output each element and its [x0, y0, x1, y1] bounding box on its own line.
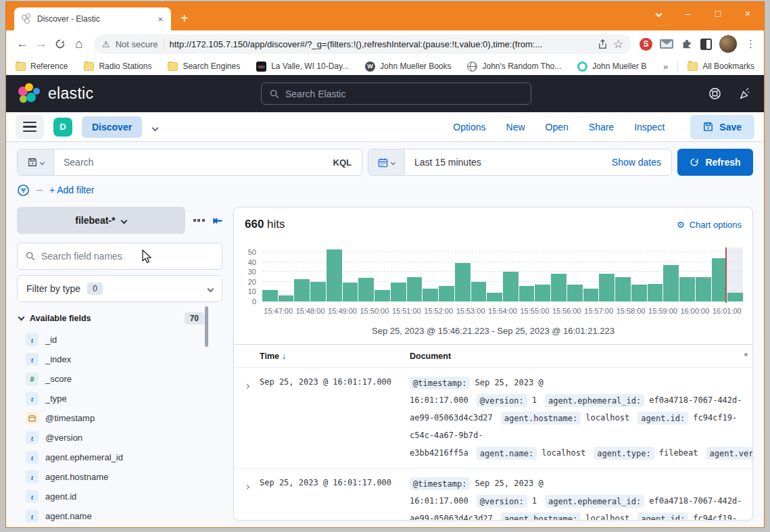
- bookmark-item[interactable]: Search Engines: [168, 62, 240, 71]
- tab-search-icon[interactable]: [644, 2, 673, 25]
- histogram-bar[interactable]: [487, 293, 502, 301]
- elastic-search-input[interactable]: Search Elastic: [261, 82, 531, 105]
- table-scrollbar[interactable]: [744, 353, 748, 356]
- query-language-badge[interactable]: KQL: [323, 158, 362, 168]
- collapse-sidebar-icon[interactable]: ⇤: [213, 214, 222, 228]
- field-item[interactable]: t_type: [17, 389, 222, 408]
- histogram-bar[interactable]: [343, 283, 358, 301]
- bookmark-item[interactable]: wuLa Valle, WI 10-Day...: [256, 62, 349, 72]
- bookmark-item[interactable]: Reference: [16, 62, 68, 71]
- menu-hamburger-icon[interactable]: [16, 115, 44, 139]
- histogram-bar[interactable]: [391, 283, 406, 301]
- histogram-bar[interactable]: [712, 258, 727, 301]
- histogram-bar[interactable]: [519, 286, 535, 301]
- expand-row-button[interactable]: [234, 475, 260, 520]
- histogram-bar[interactable]: [423, 289, 438, 301]
- field-item[interactable]: #_score: [17, 369, 222, 389]
- nav-action-options[interactable]: Options: [453, 122, 485, 132]
- field-item[interactable]: tagent.hostname: [17, 467, 222, 487]
- maximize-button[interactable]: □: [703, 2, 733, 25]
- histogram-bar[interactable]: [679, 277, 695, 301]
- refresh-button[interactable]: Refresh: [677, 149, 753, 176]
- bookmark-item[interactable]: John's Random Tho...: [467, 62, 561, 72]
- browser-tab[interactable]: Discover - Elastic ×: [14, 7, 171, 30]
- time-range-value[interactable]: Last 15 minutes: [405, 157, 612, 168]
- share-icon[interactable]: [598, 39, 608, 49]
- filter-by-type-select[interactable]: Filter by type 0: [17, 275, 222, 302]
- histogram-bar[interactable]: [471, 282, 487, 301]
- histogram-bar[interactable]: [294, 279, 310, 301]
- histogram-bar[interactable]: [503, 272, 519, 301]
- table-row[interactable]: Sep 25, 2023 @ 16:01:17.000@timestamp:Se…: [234, 468, 752, 520]
- field-item[interactable]: tagent.name: [17, 506, 222, 526]
- table-row[interactable]: Sep 25, 2023 @ 16:01:17.000@timestamp:Se…: [234, 367, 752, 468]
- histogram-bar[interactable]: [583, 289, 599, 301]
- close-button[interactable]: ×: [733, 2, 763, 25]
- histogram-bar[interactable]: [358, 278, 374, 301]
- histogram-bar[interactable]: [599, 274, 615, 301]
- histogram-bar[interactable]: [648, 284, 663, 301]
- show-dates-button[interactable]: Show dates: [612, 157, 671, 168]
- histogram-bar[interactable]: [327, 249, 342, 301]
- mail-extension-icon[interactable]: [660, 39, 673, 49]
- histogram-bar[interactable]: [455, 263, 471, 301]
- elastic-logo-icon[interactable]: [18, 83, 41, 105]
- news-feed-icon[interactable]: [739, 87, 752, 100]
- breadcrumb-discover[interactable]: Discover: [82, 116, 142, 138]
- date-quick-menu-button[interactable]: [368, 149, 405, 175]
- field-search-input[interactable]: Search field names: [17, 243, 222, 270]
- index-pattern-select[interactable]: filebeat-*: [17, 207, 185, 234]
- index-options-icon[interactable]: [193, 219, 205, 222]
- bookmark-item[interactable]: WJohn Mueller Books: [365, 62, 451, 72]
- security-label[interactable]: Not secure: [116, 39, 158, 49]
- field-item[interactable]: tagent.id: [17, 487, 222, 506]
- histogram-bar[interactable]: [407, 277, 423, 301]
- help-icon[interactable]: [708, 87, 721, 100]
- new-tab-button[interactable]: +: [181, 11, 189, 25]
- nav-action-inspect[interactable]: Inspect: [634, 122, 665, 132]
- all-bookmarks-button[interactable]: All Bookmarks: [688, 62, 754, 71]
- space-badge[interactable]: D: [53, 118, 72, 137]
- histogram-bar[interactable]: [262, 290, 278, 301]
- grammarly-extension-icon[interactable]: S: [640, 38, 652, 51]
- add-filter-button[interactable]: + Add filter: [49, 185, 95, 195]
- histogram-bar[interactable]: [551, 274, 567, 301]
- save-button[interactable]: Save: [690, 115, 754, 139]
- date-picker[interactable]: Last 15 minutes Show dates: [368, 149, 672, 176]
- tab-close-icon[interactable]: ×: [155, 14, 166, 24]
- histogram-bar[interactable]: [375, 290, 390, 301]
- bookmark-item[interactable]: John Mueller Books...: [577, 62, 647, 72]
- field-item[interactable]: tagent.ephemeral_id: [17, 448, 222, 467]
- histogram-bar[interactable]: [663, 265, 679, 301]
- histogram-bar[interactable]: [439, 286, 454, 301]
- histogram-bar[interactable]: [535, 285, 550, 301]
- histogram-bar[interactable]: [727, 293, 743, 301]
- field-item[interactable]: @timestamp: [17, 408, 222, 428]
- home-button[interactable]: ⌂: [70, 37, 89, 51]
- field-item[interactable]: t_index: [17, 349, 222, 369]
- histogram-chart[interactable]: 01020304050: [262, 247, 743, 301]
- nav-action-open[interactable]: Open: [546, 122, 569, 132]
- sidebar-scrollbar[interactable]: [205, 306, 208, 347]
- histogram-bar[interactable]: [279, 295, 294, 301]
- expand-row-button[interactable]: [234, 374, 260, 462]
- bookmarks-overflow-icon[interactable]: »: [663, 62, 668, 72]
- nav-action-share[interactable]: Share: [589, 122, 614, 132]
- histogram-bar[interactable]: [615, 277, 631, 301]
- dark-reader-extension-icon[interactable]: [700, 39, 712, 50]
- profile-avatar[interactable]: [719, 35, 737, 53]
- bookmark-star-icon[interactable]: ☆: [613, 37, 623, 51]
- histogram-bar[interactable]: [696, 277, 711, 301]
- saved-query-menu-button[interactable]: [18, 149, 54, 175]
- url-text[interactable]: http://172.105.7.150/app/discover#/?_g=(…: [170, 39, 592, 49]
- field-item[interactable]: t@version: [17, 428, 222, 448]
- minimize-button[interactable]: –: [673, 2, 703, 25]
- extensions-puzzle-icon[interactable]: [681, 38, 693, 50]
- histogram-bar[interactable]: [631, 285, 647, 301]
- forward-button[interactable]: →: [32, 37, 51, 51]
- column-header-document[interactable]: Document: [410, 352, 451, 361]
- browser-menu-icon[interactable]: ⋮: [744, 38, 757, 50]
- nav-action-new[interactable]: New: [506, 122, 525, 132]
- bookmark-item[interactable]: Radio Stations: [84, 62, 151, 71]
- query-bar[interactable]: Search KQL: [17, 149, 362, 176]
